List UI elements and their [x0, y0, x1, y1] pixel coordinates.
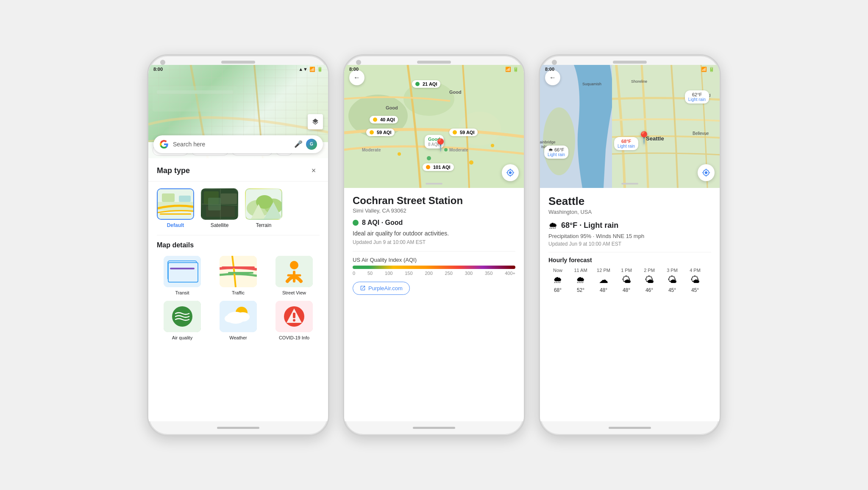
wifi-icon: 📶: [309, 67, 315, 72]
map-type-terrain[interactable]: Terrain: [245, 188, 282, 228]
detail-weather[interactable]: Weather: [213, 301, 264, 341]
map-preview-1: 8:00 ▲▼ 📶 🔋: [148, 65, 328, 158]
phone-1: 8:00 ▲▼ 📶 🔋: [147, 54, 329, 436]
aqi-description: Ideal air quality for outdoor activities…: [353, 230, 515, 237]
detail-streetview[interactable]: Street View: [269, 256, 320, 296]
temp-2pm: 46°: [645, 287, 653, 293]
aqi-updated: Updated Jun 9 at 10:00 AM EST: [353, 239, 515, 245]
hourly-2pm: 2 PM 🌤 46°: [640, 268, 659, 293]
aqi-bar-labels: 0 50 100 150 200 250 300 350 400+: [353, 271, 515, 276]
phone-2: 8:00 📶 🔋: [343, 54, 525, 436]
aqi-chip-101: 101 AQI: [423, 163, 454, 171]
svg-point-24: [290, 261, 298, 269]
aqi-label-350: 350: [485, 271, 492, 276]
aqi-label-100: 100: [385, 271, 392, 276]
purpleair-link[interactable]: PurpleAir.com: [353, 282, 410, 295]
divider-weather: [548, 252, 711, 252]
temp-11am: 52°: [577, 287, 584, 293]
svg-rect-37: [293, 313, 295, 318]
seattle-map-svg: Seattle Bellevue Bainbridge Island Kirkl…: [540, 65, 720, 188]
aqi-value-59a: 59 AQI: [377, 130, 391, 135]
mic-icon[interactable]: 🎤: [294, 140, 303, 148]
aqi-bar: [353, 266, 515, 269]
battery-icon-3: 🔋: [709, 67, 715, 72]
speaker-3: [613, 61, 647, 64]
moderate-label-2: Moderate: [449, 148, 468, 152]
layers-button[interactable]: [308, 114, 323, 129]
icon-1pm: 🌤: [622, 274, 631, 286]
user-avatar[interactable]: G: [306, 139, 317, 150]
traffic-label: Traffic: [232, 290, 245, 296]
location-button-3[interactable]: [698, 164, 715, 181]
aqi-status-row: 8 AQI · Good: [353, 219, 515, 227]
aqi-value-59b: 59 AQI: [460, 130, 474, 135]
pin-icon-3: 📍: [637, 131, 651, 144]
detail-covid[interactable]: COVID-19 Info: [269, 301, 320, 341]
aqi-label-0: 0: [353, 271, 355, 276]
hourly-11am: 11 AM 🌧 52°: [571, 268, 590, 293]
hour-4pm: 4 PM: [690, 268, 701, 273]
streetview-thumb: [275, 256, 313, 287]
map-type-title: Map type: [157, 166, 190, 175]
terrain-thumb: [245, 188, 282, 220]
svg-rect-4: [162, 193, 175, 202]
detail-transit[interactable]: Transit: [157, 256, 208, 296]
satellite-label: Satellite: [211, 222, 229, 228]
signal-icon: ▲▼: [298, 67, 308, 72]
status-icons-2: 📶 🔋: [505, 67, 519, 72]
svg-rect-5: [179, 196, 191, 202]
map-type-satellite[interactable]: Satellite: [201, 188, 238, 228]
seattle-map: 8:00 📶 🔋: [540, 65, 720, 188]
transit-label: Transit: [175, 290, 189, 296]
time-3: 8:00: [545, 67, 554, 72]
default-thumb: [157, 188, 194, 220]
google-logo: [159, 140, 169, 149]
transit-thumb: [164, 256, 201, 287]
svg-point-43: [427, 156, 431, 160]
close-button[interactable]: ×: [308, 165, 320, 177]
precipitation-info: Precipitation 95% · Winds NNE 15 mph: [548, 233, 711, 239]
search-bar[interactable]: Search here 🎤 G: [153, 135, 323, 153]
weather-chip-62: 62°F Light rain: [685, 90, 709, 104]
aqi-status-indicator: [353, 220, 359, 226]
aqi-indicator-101: [426, 165, 430, 169]
aqi-map: 8:00 📶 🔋: [344, 65, 524, 188]
aqi-indicator-59a: [370, 130, 374, 134]
status-icons-3: 📶 🔋: [701, 67, 715, 72]
aqi-label-50: 50: [367, 271, 373, 276]
purpleair-label: PurpleAir.com: [368, 285, 403, 291]
map-type-default[interactable]: Default: [157, 188, 194, 228]
desc-62: Light rain: [688, 97, 706, 102]
phone-bottom-3: [540, 421, 720, 435]
weather-updated: Updated Jun 9 at 10:00 AM EST: [548, 241, 711, 247]
hourly-scroll: Now 🌧 68° 11 AM 🌧 52° 12 PM ☁ 48°: [548, 268, 711, 295]
search-input[interactable]: Search here: [173, 141, 294, 148]
moderate-label-1: Moderate: [362, 148, 381, 152]
aqi-status-value: 8 AQI · Good: [362, 219, 403, 227]
satellite-thumb: [201, 188, 238, 220]
location-button-2[interactable]: [502, 164, 519, 181]
temp-4pm: 45°: [691, 287, 699, 293]
svg-rect-20: [170, 262, 176, 267]
divider-aqi: [353, 251, 515, 252]
icon-11am: 🌧: [576, 274, 585, 286]
aqi-label-300: 300: [465, 271, 473, 276]
detail-traffic[interactable]: Traffic: [213, 256, 264, 296]
aqi-indicator-59b: [453, 130, 457, 134]
svg-text:Shoreline: Shoreline: [631, 79, 647, 84]
svg-rect-22: [220, 256, 257, 287]
phone-screen-3: 8:00 📶 🔋: [540, 65, 720, 421]
place-address: Simi Valley, CA 93062: [353, 207, 515, 214]
aqi-index-label: US Air Quality Index (AQI): [353, 257, 515, 263]
hourly-1pm: 1 PM 🌤 48°: [617, 268, 636, 293]
hour-1pm: 1 PM: [621, 268, 632, 273]
icon-now: 🌧: [553, 274, 562, 286]
status-bar-1: 8:00 ▲▼ 📶 🔋: [148, 65, 328, 74]
svg-point-45: [469, 160, 473, 165]
detail-airquality[interactable]: Air quality: [157, 301, 208, 341]
svg-point-47: [491, 144, 494, 147]
aqi-value-101: 101 AQI: [433, 165, 451, 170]
status-bar-3: 8:00 📶 🔋: [540, 65, 720, 74]
svg-point-38: [293, 319, 295, 322]
aqi-chip-21: 21 AQI: [412, 80, 440, 88]
